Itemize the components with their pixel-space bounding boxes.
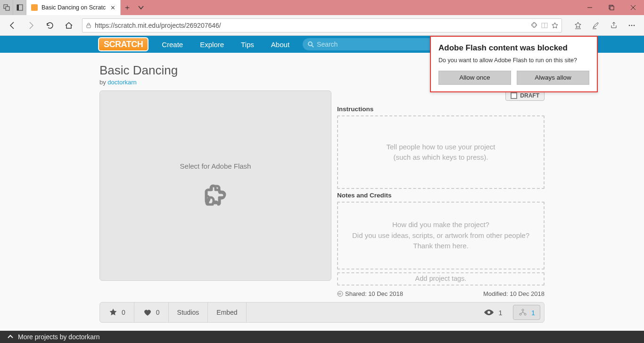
love-count[interactable]: 0 [134, 302, 169, 322]
star-icon [108, 308, 118, 317]
more-menu-icon[interactable] [623, 18, 640, 33]
popup-title: Adobe Flash content was blocked [438, 43, 589, 53]
nav-about[interactable]: About [263, 36, 298, 53]
always-allow-button[interactable]: Always allow [517, 71, 589, 85]
svg-line-16 [312, 45, 314, 47]
view-count: 1 [477, 309, 509, 317]
back-icon[interactable] [4, 18, 21, 33]
tabs-dropdown-icon[interactable] [138, 4, 144, 11]
modified-date: Modified: 10 Dec 2018 [483, 290, 545, 297]
svg-rect-6 [610, 6, 614, 10]
nav-create[interactable]: Create [153, 36, 191, 53]
more-projects-bar[interactable]: More projects by doctorkarn [0, 331, 644, 343]
author-link[interactable]: doctorkarn [107, 79, 136, 86]
nav-tips[interactable]: Tips [232, 36, 263, 53]
maximize-icon[interactable] [601, 0, 622, 15]
instructions-label: Instructions [337, 106, 545, 113]
address-bar[interactable] [82, 18, 562, 33]
cc-icon [337, 291, 343, 297]
notes-icon[interactable] [587, 18, 604, 33]
close-window-icon[interactable] [622, 0, 644, 15]
tab-title: Basic Dancing on Scratc [41, 4, 107, 11]
refresh-icon[interactable] [41, 18, 58, 33]
embed-button[interactable]: Embed [208, 302, 246, 322]
tags-placeholder: Add project tags. [415, 274, 467, 284]
flash-select-text: Select for Adobe Flash [180, 162, 251, 170]
notes-field[interactable]: How did you make the project? Did you us… [337, 202, 545, 270]
svg-point-20 [520, 313, 521, 315]
minimize-icon[interactable] [579, 0, 601, 15]
tags-field[interactable]: Add project tags. [337, 272, 545, 286]
studios-button[interactable]: Studios [169, 302, 208, 322]
shared-date: Shared: 10 Dec 2018 [337, 290, 403, 297]
nav-explore[interactable]: Explore [191, 36, 232, 53]
flash-stage[interactable]: Select for Adobe Flash [99, 90, 331, 281]
stats-bar: 0 0 Studios Embed 1 1 [99, 302, 545, 323]
tab-overview-icon[interactable] [0, 0, 13, 15]
remix-tree-button[interactable]: 1 [513, 305, 540, 320]
svg-point-15 [308, 42, 312, 46]
favorite-star-icon[interactable] [551, 22, 559, 29]
star-count[interactable]: 0 [100, 302, 134, 322]
page-body: Basic Dancing by doctorkarn Select for A… [0, 53, 644, 331]
browser-titlebar: Basic Dancing on Scratc ✕ ＋ [0, 0, 644, 15]
lock-icon [85, 22, 92, 29]
eye-icon [483, 309, 495, 316]
tree-icon [518, 308, 528, 317]
browser-toolbar [0, 15, 644, 36]
draft-label: DRAFT [520, 92, 539, 99]
share-icon[interactable] [605, 18, 622, 33]
notes-label: Notes and Credits [337, 192, 545, 199]
popup-body: Do you want to allow Adobe Flash to run … [438, 57, 589, 65]
home-icon[interactable] [60, 18, 77, 33]
new-tab-icon[interactable]: ＋ [124, 3, 131, 13]
svg-rect-3 [17, 5, 19, 10]
window-controls [579, 0, 644, 15]
svg-rect-1 [6, 7, 9, 10]
more-projects-label: More projects by doctorkarn [18, 333, 100, 341]
allow-once-button[interactable]: Allow once [438, 71, 511, 85]
notes-placeholder: How did you make the project? Did you us… [343, 220, 539, 252]
reading-view-icon[interactable] [541, 22, 548, 29]
chevron-up-icon [8, 334, 13, 340]
favorites-list-icon[interactable] [570, 18, 586, 33]
svg-point-21 [524, 313, 526, 315]
svg-point-19 [522, 309, 524, 311]
flash-blocked-popup: Adobe Flash content was blocked Do you w… [430, 36, 598, 92]
heart-icon [143, 308, 152, 317]
favicon-icon [31, 4, 38, 11]
instructions-field[interactable]: Tell people how to use your project (suc… [337, 115, 545, 189]
svg-rect-7 [87, 25, 91, 28]
url-input[interactable] [95, 22, 528, 29]
by-prefix: by [99, 79, 107, 86]
tab-aside-icon[interactable] [13, 0, 26, 15]
forward-icon[interactable] [23, 18, 40, 33]
instructions-placeholder: Tell people how to use your project (suc… [387, 142, 495, 163]
scratch-logo[interactable]: SCRATCH [98, 37, 149, 51]
svg-point-12 [629, 24, 630, 26]
browser-tab-active[interactable]: Basic Dancing on Scratc ✕ [26, 0, 121, 15]
search-icon [307, 41, 314, 48]
extension-icon[interactable] [530, 22, 538, 29]
tab-close-icon[interactable]: ✕ [110, 4, 116, 11]
svg-point-14 [634, 24, 635, 26]
puzzle-icon [200, 180, 231, 210]
tab-strip: Basic Dancing on Scratc ✕ ＋ [0, 0, 147, 15]
draft-checkbox[interactable] [511, 92, 517, 99]
svg-point-18 [487, 311, 490, 314]
svg-point-13 [631, 24, 633, 26]
